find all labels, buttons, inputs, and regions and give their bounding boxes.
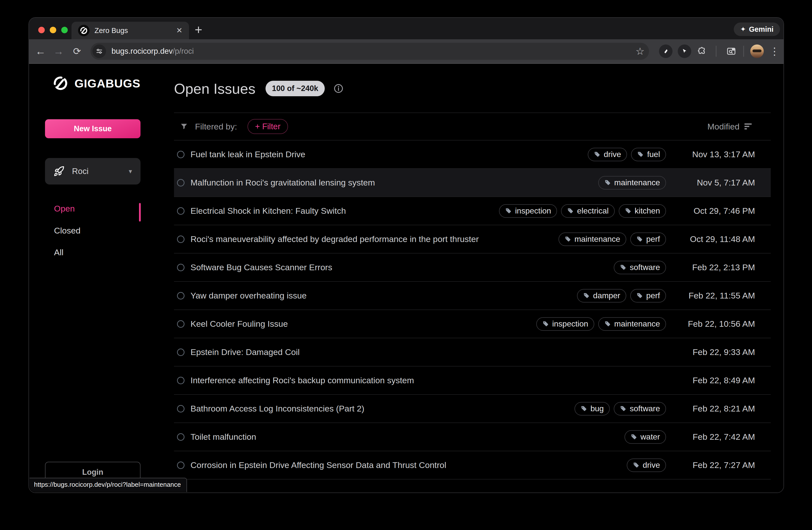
brand-name: GIGABUGS bbox=[74, 76, 141, 90]
project-selector[interactable]: Roci ▾ bbox=[45, 158, 141, 185]
label-text: drive bbox=[643, 460, 660, 470]
label-chip[interactable]: drive bbox=[627, 458, 666, 472]
label-chip[interactable]: fuel bbox=[631, 148, 666, 161]
issue-row[interactable]: Yaw damper overheating issue damper perf… bbox=[174, 282, 771, 310]
browser-window: Zero Bugs ✕ + ✦ Gemini ← → ⟳ bugs.rocico… bbox=[29, 17, 784, 493]
new-tab-button[interactable]: + bbox=[191, 23, 206, 38]
label-chip[interactable]: perf bbox=[630, 289, 666, 302]
avatar-sunglasses bbox=[753, 49, 762, 52]
sidebar-item-open[interactable]: Open bbox=[54, 204, 75, 214]
sidebar-item-closed[interactable]: Closed bbox=[54, 226, 81, 235]
sidebar-item-all[interactable]: All bbox=[54, 247, 63, 257]
label-chip[interactable]: bug bbox=[575, 402, 610, 415]
tab-title: Zero Bugs bbox=[95, 27, 176, 35]
issue-row[interactable]: Software Bug Causes Scanner Errors softw… bbox=[174, 254, 771, 282]
issue-row[interactable]: Bathroom Access Log Inconsistencies (Par… bbox=[174, 395, 771, 423]
window-close-button[interactable] bbox=[38, 27, 45, 33]
extension-icon[interactable] bbox=[659, 44, 672, 58]
active-nav-indicator bbox=[139, 203, 141, 221]
issues-panel: Open Issues 100 of ~240k Filtered by: + … bbox=[174, 64, 771, 492]
open-status-icon bbox=[177, 292, 185, 300]
issue-modified: Feb 22, 10:56 AM bbox=[675, 319, 755, 329]
issue-row[interactable]: Interference affecting Roci's backup com… bbox=[174, 367, 771, 395]
issue-row[interactable]: Corrosion in Epstein Drive Affecting Sen… bbox=[174, 451, 771, 479]
gemini-button[interactable]: ✦ Gemini bbox=[734, 23, 780, 36]
add-filter-button[interactable]: + Filter bbox=[247, 119, 288, 134]
open-status-icon bbox=[177, 264, 185, 271]
bookmark-star-icon[interactable]: ☆ bbox=[636, 45, 644, 57]
label-chip[interactable]: maintenance bbox=[559, 232, 626, 246]
issue-labels: inspection maintenance bbox=[536, 317, 666, 331]
sidebar: GIGABUGS New Issue Roci ▾ Open Closed Al… bbox=[29, 64, 174, 492]
label-text: bug bbox=[591, 404, 604, 413]
back-button[interactable]: ← bbox=[33, 39, 48, 63]
page-content: GIGABUGS New Issue Roci ▾ Open Closed Al… bbox=[29, 64, 783, 492]
forward-button[interactable]: → bbox=[51, 39, 66, 63]
issue-title: Keel Cooler Fouling Issue bbox=[190, 319, 536, 329]
label-chip[interactable]: inspection bbox=[536, 317, 594, 331]
label-chip[interactable]: maintenance bbox=[598, 176, 666, 189]
label-chip[interactable]: electrical bbox=[561, 204, 614, 218]
tab-close-icon[interactable]: ✕ bbox=[176, 27, 183, 34]
issue-row[interactable]: Malfunction in Roci's gravitational lens… bbox=[174, 169, 771, 197]
tag-icon bbox=[630, 433, 637, 440]
window-zoom-button[interactable] bbox=[61, 27, 68, 33]
label-chip[interactable]: maintenance bbox=[598, 317, 666, 331]
address-bar[interactable]: bugs.rocicorp.dev/p/roci ☆ bbox=[90, 43, 649, 60]
issue-modified: Oct 29, 7:46 PM bbox=[675, 206, 755, 216]
label-text: software bbox=[630, 404, 660, 413]
open-status-icon bbox=[177, 405, 185, 413]
tag-icon bbox=[636, 292, 643, 299]
sort-control[interactable]: Modified bbox=[707, 122, 753, 131]
browser-menu-icon[interactable]: ⋮ bbox=[769, 45, 780, 57]
label-text: maintenance bbox=[614, 178, 660, 187]
browser-tab[interactable]: Zero Bugs ✕ bbox=[72, 22, 189, 39]
brand[interactable]: GIGABUGS bbox=[53, 75, 141, 91]
cursor-extension-icon[interactable] bbox=[678, 44, 691, 58]
toolbar-divider bbox=[743, 46, 744, 57]
info-icon[interactable] bbox=[333, 83, 344, 94]
tag-icon bbox=[583, 292, 590, 299]
page-header: Open Issues 100 of ~240k bbox=[174, 78, 344, 99]
issue-modified: Feb 22, 9:33 AM bbox=[675, 347, 755, 357]
window-minimize-button[interactable] bbox=[50, 27, 56, 33]
label-chip[interactable]: drive bbox=[588, 148, 627, 161]
open-status-icon bbox=[177, 348, 185, 356]
label-chip[interactable]: kitchen bbox=[619, 204, 666, 218]
issue-title: Electrical Shock in Kitchen: Faulty Swit… bbox=[190, 206, 499, 216]
page-title: Open Issues bbox=[174, 80, 256, 97]
label-text: damper bbox=[593, 291, 620, 300]
issue-row[interactable]: Roci's maneuverability affected by degra… bbox=[174, 225, 771, 254]
search-tabs-icon[interactable] bbox=[725, 44, 738, 58]
label-chip[interactable]: software bbox=[614, 261, 666, 274]
issue-row[interactable]: Epstein Drive: Damaged Coil Feb 22, 9:33… bbox=[174, 338, 771, 367]
issue-row[interactable]: Toilet malfunction water Feb 22, 7:42 AM bbox=[174, 423, 771, 451]
tag-icon bbox=[636, 236, 643, 243]
rocket-icon bbox=[54, 166, 64, 177]
issue-title: Toilet malfunction bbox=[190, 432, 624, 442]
issue-title: Software Bug Causes Scanner Errors bbox=[190, 262, 614, 272]
tag-icon bbox=[625, 207, 632, 214]
label-chip[interactable]: damper bbox=[577, 289, 626, 302]
reload-button[interactable]: ⟳ bbox=[70, 39, 85, 63]
tag-icon bbox=[604, 320, 611, 327]
label-text: inspection bbox=[515, 206, 551, 215]
label-chip[interactable]: inspection bbox=[499, 204, 557, 218]
extensions-puzzle-icon[interactable] bbox=[695, 44, 709, 58]
issue-modified: Feb 22, 8:21 AM bbox=[675, 404, 755, 414]
issue-modified: Feb 22, 11:55 AM bbox=[675, 291, 755, 301]
profile-avatar[interactable] bbox=[750, 44, 764, 58]
label-chip[interactable]: software bbox=[614, 402, 666, 415]
open-status-icon bbox=[177, 207, 185, 215]
issue-modified: Feb 22, 7:27 AM bbox=[675, 460, 755, 470]
label-chip[interactable]: water bbox=[624, 430, 666, 444]
new-issue-button[interactable]: New Issue bbox=[45, 119, 141, 138]
issue-row[interactable]: Electrical Shock in Kitchen: Faulty Swit… bbox=[174, 197, 771, 225]
site-settings-icon[interactable] bbox=[92, 44, 106, 58]
issue-row[interactable]: Fuel tank leak in Epstein Drive drive fu… bbox=[174, 141, 771, 169]
label-chip[interactable]: perf bbox=[630, 232, 666, 246]
issue-row[interactable]: Keel Cooler Fouling Issue inspection mai… bbox=[174, 310, 771, 338]
tag-icon bbox=[567, 207, 574, 214]
issue-modified: Feb 22, 7:42 AM bbox=[675, 432, 755, 442]
issue-labels: water bbox=[624, 430, 666, 444]
